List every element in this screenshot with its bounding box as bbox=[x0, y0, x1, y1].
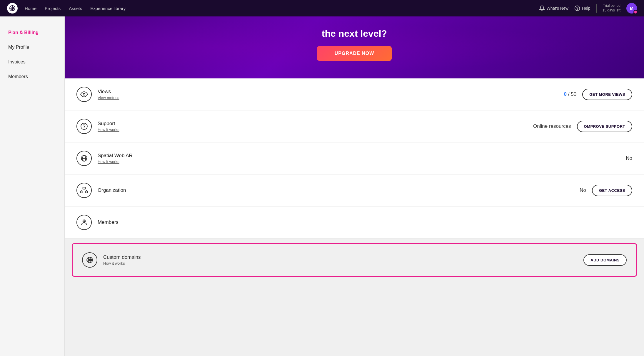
trial-info: Trial period 15 days left bbox=[603, 4, 620, 13]
views-icon bbox=[76, 87, 92, 102]
support-icon bbox=[76, 119, 92, 134]
views-count: 0 bbox=[564, 91, 567, 97]
feature-row-views: Views View metrics 0 / 50 GET MORE VIEWS bbox=[65, 78, 644, 110]
svg-point-8 bbox=[84, 128, 84, 128]
sidebar-item-my-profile[interactable]: My Profile bbox=[0, 40, 64, 55]
sidebar-item-invoices[interactable]: Invoices bbox=[0, 55, 64, 69]
whats-new-button[interactable]: What's New bbox=[539, 5, 568, 11]
support-info: Support How it works bbox=[98, 121, 527, 132]
feature-row-custom-domains: www Custom domains How it works ADD DOMA… bbox=[72, 243, 637, 277]
svg-text:www: www bbox=[89, 259, 93, 261]
custom-domains-wrapper: www Custom domains How it works ADD DOMA… bbox=[65, 243, 644, 287]
feature-row-spatial-web-ar: Spatial Web AR How it works No bbox=[65, 142, 644, 174]
nav-divider bbox=[596, 4, 597, 13]
nav-links: Home Projects Assets Experience library bbox=[25, 6, 539, 11]
add-domains-button[interactable]: ADD DOMAINS bbox=[583, 254, 627, 266]
sidebar-item-members[interactable]: Members bbox=[0, 69, 64, 84]
sidebar: Plan & Billing My Profile Invoices Membe… bbox=[0, 16, 65, 356]
views-info: Views View metrics bbox=[98, 89, 535, 100]
organization-label: Organization bbox=[98, 187, 545, 193]
custom-domains-how-it-works-link[interactable]: How it works bbox=[103, 261, 578, 266]
spatial-web-ar-how-it-works-link[interactable]: How it works bbox=[98, 159, 591, 164]
organization-icon bbox=[76, 183, 92, 198]
upgrade-now-button[interactable]: UPGRADE NOW bbox=[317, 46, 392, 61]
support-value: Online resources bbox=[533, 123, 571, 129]
nav-projects[interactable]: Projects bbox=[45, 6, 61, 11]
get-access-button[interactable]: GET ACCESS bbox=[592, 185, 632, 196]
svg-point-6 bbox=[83, 93, 85, 95]
main-content: the next level? UPGRADE NOW Views View m… bbox=[65, 16, 644, 356]
view-metrics-link[interactable]: View metrics bbox=[98, 95, 535, 100]
members-label: Members bbox=[98, 219, 632, 225]
get-more-views-button[interactable]: GET MORE VIEWS bbox=[582, 89, 632, 100]
custom-domains-info: Custom domains How it works bbox=[103, 254, 578, 266]
spatial-web-ar-info: Spatial Web AR How it works bbox=[98, 153, 591, 164]
organization-info: Organization bbox=[98, 187, 545, 193]
avatar[interactable]: M bbox=[626, 3, 637, 14]
help-button[interactable]: Help bbox=[574, 5, 590, 11]
svg-rect-12 bbox=[83, 187, 86, 189]
feature-row-members: Members bbox=[65, 206, 644, 239]
logo[interactable] bbox=[7, 3, 18, 14]
nav-home[interactable]: Home bbox=[25, 6, 36, 11]
support-label: Support bbox=[98, 121, 527, 127]
custom-domains-label: Custom domains bbox=[103, 254, 578, 260]
svg-point-20 bbox=[84, 221, 84, 221]
members-icon bbox=[76, 215, 92, 230]
main-layout: Plan & Billing My Profile Invoices Membe… bbox=[0, 16, 644, 356]
nav-experience-library[interactable]: Experience library bbox=[90, 6, 126, 11]
hero-title: the next level? bbox=[322, 28, 387, 39]
improve-support-button[interactable]: OMPROVE SUPPORT bbox=[577, 121, 632, 132]
svg-rect-14 bbox=[85, 191, 88, 193]
support-how-it-works-link[interactable]: How it works bbox=[98, 127, 527, 132]
topnav-right: What's New Help Trial period 15 days lef… bbox=[539, 3, 637, 14]
sidebar-item-plan-billing[interactable]: Plan & Billing bbox=[0, 25, 64, 40]
spatial-web-ar-icon bbox=[76, 151, 92, 166]
svg-point-7 bbox=[81, 123, 87, 130]
views-total: / 50 bbox=[568, 91, 576, 97]
views-value: 0 / 50 bbox=[541, 91, 576, 97]
whats-new-label: What's New bbox=[547, 6, 568, 11]
svg-point-19 bbox=[83, 220, 86, 222]
custom-domains-icon: www bbox=[82, 252, 97, 268]
spatial-web-ar-value: No bbox=[597, 155, 632, 161]
hero-banner: the next level? UPGRADE NOW bbox=[65, 16, 644, 78]
svg-rect-13 bbox=[81, 191, 83, 193]
feature-row-support: Support How it works Online resources OM… bbox=[65, 110, 644, 142]
top-navigation: Home Projects Assets Experience library … bbox=[0, 0, 644, 16]
help-label: Help bbox=[582, 6, 590, 11]
nav-assets[interactable]: Assets bbox=[69, 6, 82, 11]
members-info: Members bbox=[98, 219, 632, 225]
organization-value: No bbox=[551, 187, 586, 193]
feature-row-organization: Organization No GET ACCESS bbox=[65, 174, 644, 206]
features-container: Views View metrics 0 / 50 GET MORE VIEWS bbox=[65, 78, 644, 239]
spatial-web-ar-label: Spatial Web AR bbox=[98, 153, 591, 159]
views-label: Views bbox=[98, 89, 535, 95]
avatar-badge bbox=[633, 10, 638, 14]
